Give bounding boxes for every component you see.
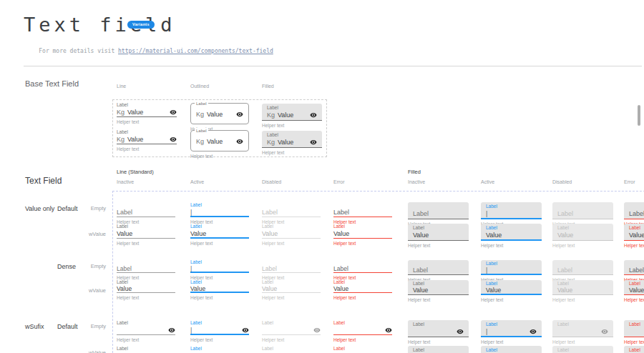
text-input[interactable]: |	[190, 265, 249, 273]
field-floating-label	[262, 202, 321, 207]
field-floating-label: Label	[557, 322, 608, 327]
text-input[interactable]: |	[486, 209, 537, 217]
text-input[interactable]: KgValue	[267, 138, 317, 146]
text-input[interactable]: KgValue	[196, 137, 243, 146]
filled-box[interactable]: Label	[408, 320, 469, 337]
text-input[interactable]: |	[486, 267, 537, 273]
outlined-box[interactable]: LabelKgValue	[190, 103, 249, 124]
text-input[interactable]: Value	[629, 231, 644, 239]
text-input[interactable]: Label	[262, 208, 321, 217]
text-input[interactable]	[117, 326, 175, 335]
visibility-icon[interactable]	[236, 138, 243, 145]
text-input[interactable]: Value	[117, 285, 175, 293]
visibility-icon[interactable]	[385, 327, 392, 334]
visibility-icon[interactable]	[530, 328, 537, 335]
material-ui-link[interactable]: https://material-ui.com/components/text-…	[118, 48, 273, 54]
text-input[interactable]: Value	[557, 287, 608, 293]
text-input[interactable]: KgValue	[196, 110, 243, 119]
filled-box[interactable]: Label	[552, 202, 613, 219]
field-value: Value	[413, 232, 429, 239]
filled-box[interactable]: Label	[408, 202, 469, 219]
text-input[interactable]: Label	[629, 209, 644, 217]
text-input[interactable]: |	[190, 208, 249, 217]
text-input[interactable]: Label	[333, 208, 392, 217]
filled-box[interactable]: Label|	[481, 202, 542, 219]
visibility-icon[interactable]	[170, 109, 177, 116]
text-input[interactable]: Value	[413, 287, 464, 293]
text-input[interactable]: Value	[117, 229, 175, 239]
text-input[interactable]	[629, 327, 644, 335]
text-input[interactable]: Value	[629, 287, 644, 293]
field-value: Value	[117, 230, 132, 237]
filled-box[interactable]: LabelValue	[624, 224, 644, 241]
filled-box[interactable]: LabelKgValue	[262, 131, 322, 148]
visibility-icon[interactable]	[242, 327, 249, 334]
text-input[interactable]: KgValue	[117, 135, 177, 144]
text-input[interactable]: Value	[190, 229, 249, 239]
visibility-icon[interactable]	[168, 327, 175, 334]
visibility-icon[interactable]	[313, 327, 321, 334]
text-input[interactable]: Value	[486, 287, 537, 293]
text-input[interactable]	[413, 327, 464, 335]
text-input[interactable]: Label	[117, 265, 175, 273]
text-input[interactable]: Value	[486, 231, 537, 239]
textfield-line-disabled-wvalue: LabelValueHelper text	[262, 346, 321, 353]
filled-box[interactable]: Label	[408, 260, 469, 275]
filled-box[interactable]: LabelValue	[408, 224, 469, 241]
filled-box[interactable]: Label|	[481, 260, 542, 275]
filled-box[interactable]: LabelValue	[552, 280, 613, 295]
text-input[interactable]: Value	[190, 285, 249, 293]
field-value: Value	[278, 111, 293, 119]
filled-box[interactable]: LabelValue	[552, 224, 613, 241]
filled-box[interactable]: LabelValue	[624, 280, 644, 295]
filled-box[interactable]: Label|	[481, 320, 542, 337]
filled-box[interactable]: LabelValue	[552, 346, 613, 353]
visibility-icon[interactable]	[310, 139, 317, 146]
text-input[interactable]	[333, 326, 392, 335]
filled-box[interactable]: Label	[624, 202, 644, 219]
text-input[interactable]	[557, 327, 608, 335]
text-input[interactable]: Value	[262, 229, 321, 239]
text-input[interactable]: KgValue	[267, 111, 317, 119]
field-floating-label	[413, 204, 464, 209]
text-input[interactable]: Label	[413, 209, 464, 217]
text-input[interactable]: Label	[333, 265, 392, 273]
filled-box[interactable]: LabelValue	[481, 224, 542, 241]
filled-box[interactable]: LabelKgValue	[262, 104, 322, 121]
visibility-icon[interactable]	[310, 111, 317, 119]
text-input[interactable]: Label	[557, 267, 608, 273]
filled-box[interactable]: Label	[552, 260, 613, 275]
text-input[interactable]: Label	[557, 209, 608, 217]
text-input[interactable]: Value	[333, 285, 392, 293]
text-input[interactable]: Value	[333, 229, 392, 239]
scrollbar-thumb[interactable]	[638, 105, 640, 126]
visibility-icon[interactable]	[170, 136, 177, 143]
text-input[interactable]: Label	[262, 265, 321, 273]
filled-box[interactable]: LabelValue	[481, 280, 542, 295]
text-input[interactable]: KgValue	[117, 108, 177, 117]
text-input[interactable]: Value	[557, 231, 608, 239]
filled-box[interactable]: Label	[624, 320, 644, 337]
filled-box[interactable]: LabelValue	[481, 346, 542, 353]
field-floating-label: Label	[486, 225, 537, 230]
text-input[interactable]: |	[486, 327, 537, 335]
visibility-icon[interactable]	[457, 328, 464, 335]
filled-box[interactable]: Label	[552, 320, 613, 337]
text-input[interactable]: |	[190, 326, 249, 335]
visibility-icon[interactable]	[601, 328, 608, 335]
text-input[interactable]: Label	[413, 267, 464, 273]
text-input[interactable]	[262, 326, 321, 335]
text-input[interactable]: Value	[262, 285, 321, 293]
visibility-icon[interactable]	[236, 111, 243, 118]
state-header: Error	[624, 179, 635, 185]
outlined-box[interactable]: LabelKgValue	[190, 130, 249, 151]
text-input[interactable]: Label	[629, 267, 644, 273]
filled-box[interactable]: LabelValue	[408, 346, 469, 353]
helper-text: Helper text	[481, 243, 542, 248]
filled-box[interactable]: LabelValue	[408, 280, 469, 295]
text-input[interactable]: Value	[413, 231, 464, 239]
filled-box[interactable]: LabelValue	[624, 346, 644, 353]
helper-text: Helper text	[481, 339, 542, 344]
filled-box[interactable]: Label	[624, 260, 644, 275]
text-input[interactable]: Label	[117, 208, 175, 217]
